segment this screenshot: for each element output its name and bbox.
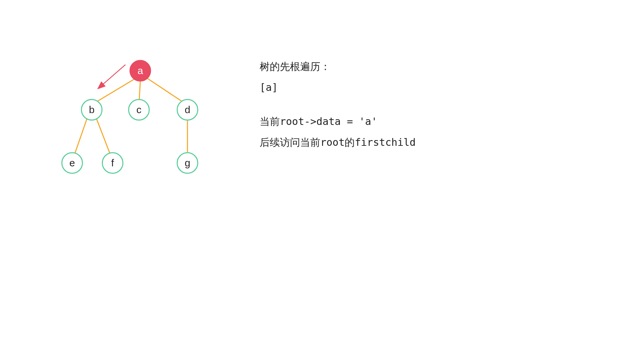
edge-a-c (139, 81, 140, 100)
explanation-text: 树的先根遍历： [a] 当前root->data = 'a' 后续访问当前roo… (260, 57, 416, 154)
edge-a-b (98, 79, 135, 101)
edge-b-e (75, 119, 87, 154)
node-label: a (138, 65, 143, 76)
node-label: g (185, 157, 191, 169)
sequence-line: [a] (260, 78, 416, 97)
node-f: f (102, 152, 123, 174)
node-label: f (111, 157, 114, 169)
node-g: g (177, 152, 198, 174)
node-e: e (61, 152, 83, 174)
status-line-2: 后续访问当前root的firstchild (260, 133, 416, 152)
node-label: d (185, 104, 191, 116)
node-label: e (69, 157, 75, 169)
traversal-arrow (98, 65, 125, 88)
node-c: c (128, 99, 150, 121)
title-line: 树的先根遍历： (260, 57, 416, 76)
status-line-1: 当前root->data = 'a' (260, 112, 416, 131)
diagram-canvas: a b c d e f g 树的先根遍历： [a] 当前root->data =… (0, 0, 644, 363)
node-a: a (129, 60, 151, 81)
node-label: c (137, 104, 142, 116)
node-b: b (81, 99, 103, 121)
tree-edges (0, 0, 644, 363)
node-d: d (177, 99, 198, 121)
edge-b-f (96, 119, 110, 154)
edge-a-d (147, 78, 181, 101)
node-label: b (89, 104, 95, 116)
